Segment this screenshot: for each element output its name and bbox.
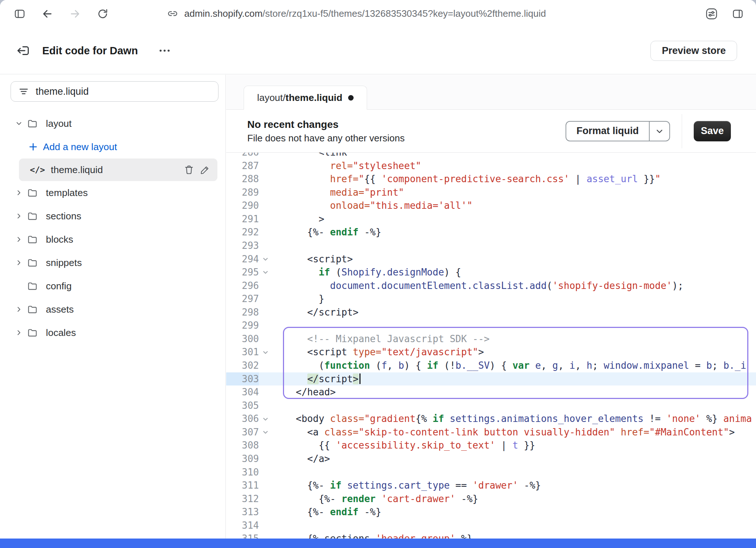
fold-spacer <box>259 186 284 199</box>
code-text: href="{{ 'component-predictive-search.cs… <box>284 172 661 186</box>
code-line-308[interactable]: 308 {{ 'accessibility.skip_to_text' | t … <box>226 439 756 452</box>
sidebar-item-locales[interactable]: locales <box>0 321 225 344</box>
code-line-313[interactable]: 313 {%- endif -%} <box>226 505 756 519</box>
sidebar-file-theme.liquid[interactable]: </>theme.liquid <box>19 158 217 181</box>
trash-icon[interactable] <box>181 162 197 178</box>
code-line-289[interactable]: 289 media="print" <box>226 186 756 199</box>
code-text: {%- if settings.cart_type == 'drawer' -%… <box>284 479 541 492</box>
code-line-312[interactable]: 312 {%- render 'cart-drawer' -%} <box>226 492 756 506</box>
chevron-down-icon[interactable] <box>11 116 27 132</box>
code-text: <script> <box>284 253 353 266</box>
chevron-right-icon[interactable] <box>11 301 27 317</box>
forward-icon[interactable] <box>66 4 84 23</box>
code-line-303[interactable]: 303 </script> <box>226 372 756 386</box>
code-text: <!-- Mixpanel Javascript SDK --> <box>284 332 490 346</box>
fold-toggle-icon[interactable] <box>259 253 284 266</box>
code-line-290[interactable]: 290 onload="this.media='all'" <box>226 199 756 212</box>
folder-icon <box>27 187 44 198</box>
fold-spacer <box>259 279 284 293</box>
more-icon[interactable] <box>155 43 174 58</box>
code-line-286[interactable]: 286 <link <box>226 153 756 159</box>
chevron-right-icon[interactable] <box>11 208 27 224</box>
code-line-311[interactable]: 311 {%- if settings.cart_type == 'drawer… <box>226 479 756 492</box>
exit-icon[interactable] <box>12 40 34 62</box>
chevron-right-icon[interactable] <box>11 231 27 247</box>
code-line-305[interactable]: 305 <box>226 399 756 412</box>
code-text: <link <box>284 153 347 159</box>
code-line-304[interactable]: 304 </head> <box>226 385 756 399</box>
file-search-input[interactable] <box>36 86 211 97</box>
sidebar-item-snippets[interactable]: snippets <box>0 251 225 274</box>
sidebar-item-templates[interactable]: templates <box>0 181 225 204</box>
code-line-298[interactable]: 298 </script> <box>226 306 756 319</box>
line-number: 288 <box>226 172 259 186</box>
code-line-297[interactable]: 297 } <box>226 292 756 306</box>
fold-toggle-icon[interactable] <box>259 426 284 439</box>
code-text: if (Shopify.designMode) { <box>284 266 461 279</box>
file-sidebar: layoutAdd a new layout</>theme.liquidtem… <box>0 75 226 539</box>
code-line-301[interactable]: 301 <script type="text/javascript"> <box>226 345 756 359</box>
extensions-icon[interactable] <box>702 4 721 23</box>
sidebar-item-blocks[interactable]: blocks <box>0 228 225 251</box>
line-number: 309 <box>226 452 259 466</box>
chevron-right-icon[interactable] <box>11 185 27 201</box>
code-line-296[interactable]: 296 document.documentElement.classList.a… <box>226 279 756 293</box>
code-line-306[interactable]: 306 <body class="gradient{% if settings.… <box>226 412 756 426</box>
code-line-302[interactable]: 302 (function (f, b) { if (!b.__SV) { va… <box>226 359 756 372</box>
sidebar-toggle-icon[interactable] <box>10 4 29 23</box>
format-options-toggle[interactable] <box>649 122 669 141</box>
code-line-309[interactable]: 309 </a> <box>226 452 756 466</box>
url-bar[interactable]: admin.shopify.com/store/rzq1xu-f5/themes… <box>167 8 702 20</box>
fold-toggle-icon[interactable] <box>259 266 284 279</box>
line-number: 287 <box>226 159 259 173</box>
file-search-box[interactable] <box>11 81 218 102</box>
code-line-299[interactable]: 299 <box>226 319 756 332</box>
version-status: No recent changes File does not have any… <box>247 118 405 145</box>
sidebar-add-layout[interactable]: Add a new layout <box>0 135 225 158</box>
code-editor[interactable]: 286 <link287 rel="stylesheet"288 href="{… <box>226 153 756 539</box>
reload-icon[interactable] <box>93 4 112 23</box>
code-line-295[interactable]: 295 if (Shopify.designMode) { <box>226 266 756 279</box>
folder-icon <box>27 281 44 291</box>
preview-store-button[interactable]: Preview store <box>650 41 737 61</box>
code-line-287[interactable]: 287 rel="stylesheet" <box>226 159 756 173</box>
desktop-background-strip <box>0 539 756 548</box>
code-line-294[interactable]: 294 <script> <box>226 253 756 266</box>
fold-toggle-icon[interactable] <box>259 412 284 426</box>
code-line-293[interactable]: 293 <box>226 239 756 253</box>
code-line-292[interactable]: 292 {%- endif -%} <box>226 226 756 239</box>
code-text: <a class="skip-to-content-link button vi… <box>284 426 735 439</box>
sidebar-item-assets[interactable]: assets <box>0 298 225 321</box>
back-icon[interactable] <box>38 4 57 23</box>
pencil-icon[interactable] <box>197 162 213 178</box>
fold-spacer <box>259 212 284 226</box>
sidebar-item-layout[interactable]: layout <box>0 112 225 135</box>
line-number: 294 <box>226 253 259 266</box>
chevron-right-icon[interactable] <box>11 255 27 271</box>
line-number: 306 <box>226 412 259 426</box>
tab-theme-liquid[interactable]: layout/theme.liquid <box>244 86 367 110</box>
code-line-315[interactable]: 315 {% sections 'header-group' %} <box>226 532 756 539</box>
sidebar-item-sections[interactable]: sections <box>0 204 225 228</box>
code-line-300[interactable]: 300 <!-- Mixpanel Javascript SDK --> <box>226 332 756 346</box>
code-text: (function (f, b) { if (!b.__SV) { var e,… <box>284 359 746 372</box>
code-line-310[interactable]: 310 <box>226 466 756 479</box>
format-liquid-button[interactable]: Format liquid <box>566 121 670 141</box>
chrome-nav-group <box>0 4 112 23</box>
save-button[interactable]: Save <box>694 121 731 141</box>
fold-spacer <box>259 159 284 173</box>
split-view-icon[interactable] <box>728 4 747 23</box>
line-number: 311 <box>226 479 259 492</box>
code-line-314[interactable]: 314 <box>226 519 756 532</box>
code-line-291[interactable]: 291 > <box>226 212 756 226</box>
browser-chrome: admin.shopify.com/store/rzq1xu-f5/themes… <box>0 0 756 27</box>
fold-spacer <box>259 452 284 466</box>
chevron-right-icon[interactable] <box>11 325 27 341</box>
code-lines: 286 <link287 rel="stylesheet"288 href="{… <box>226 153 756 539</box>
code-line-307[interactable]: 307 <a class="skip-to-content-link butto… <box>226 426 756 439</box>
toolbar-divider <box>682 114 682 148</box>
sidebar-item-config[interactable]: config <box>0 274 225 298</box>
code-line-288[interactable]: 288 href="{{ 'component-predictive-searc… <box>226 172 756 186</box>
fold-toggle-icon[interactable] <box>259 345 284 359</box>
code-text: rel="stylesheet" <box>284 159 421 173</box>
